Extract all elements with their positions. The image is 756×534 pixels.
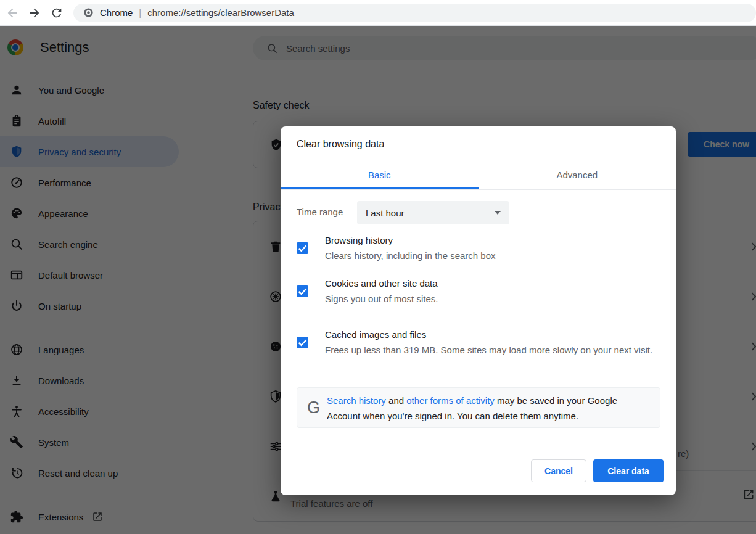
google-account-notice: G Search history and other forms of acti… xyxy=(297,387,660,428)
forward-icon[interactable] xyxy=(28,6,41,20)
check-title: Cookies and other site data xyxy=(325,276,662,291)
time-range-select[interactable]: Last hour xyxy=(357,201,509,224)
checkbox-cookies-and-other-site-data[interactable] xyxy=(297,285,308,297)
check-title: Cached images and files xyxy=(325,327,662,342)
check-row-browsing-history: Browsing historyClears history, includin… xyxy=(297,232,667,263)
notice-text: Search history and other forms of activi… xyxy=(327,393,649,424)
checkbox-cached-images-and-files[interactable] xyxy=(297,337,308,348)
time-range-value: Last hour xyxy=(366,208,495,218)
check-description: Clears history, including in the search … xyxy=(325,248,662,263)
browser-toolbar: Chrome | chrome://settings/clearBrowserD… xyxy=(0,0,756,26)
check-description: Signs you out of most sites. xyxy=(325,291,662,306)
tab-basic[interactable]: Basic xyxy=(281,162,479,189)
settings-page: Settings You and GoogleAutofillPrivacy a… xyxy=(0,26,756,534)
chrome-favicon-icon xyxy=(83,7,94,18)
google-g-icon: G xyxy=(307,398,320,417)
browser-window: Chrome | chrome://settings/clearBrowserD… xyxy=(0,0,756,534)
site-name: Chrome xyxy=(100,7,133,18)
dialog-tabs: BasicAdvanced xyxy=(281,162,676,190)
notice-plain-text: and xyxy=(386,395,406,406)
check-title: Browsing history xyxy=(325,232,662,248)
check-text: Browsing historyClears history, includin… xyxy=(325,232,662,263)
check-text: Cached images and filesFrees up less tha… xyxy=(325,327,662,358)
check-row-cookies-and-other-site-data: Cookies and other site dataSigns you out… xyxy=(297,276,667,306)
url-separator: | xyxy=(139,7,141,18)
tab-advanced[interactable]: Advanced xyxy=(479,162,676,189)
address-bar[interactable]: Chrome | chrome://settings/clearBrowserD… xyxy=(73,4,756,22)
check-description: Frees up less than 319 MB. Some sites ma… xyxy=(325,342,662,358)
dialog-title: Clear browsing data xyxy=(297,139,384,150)
clear-browsing-data-dialog: Clear browsing data BasicAdvanced Time r… xyxy=(281,126,676,495)
cancel-button[interactable]: Cancel xyxy=(531,459,586,482)
checkbox-browsing-history[interactable] xyxy=(297,242,308,254)
clear-data-button[interactable]: Clear data xyxy=(593,459,664,482)
link-search-history[interactable]: Search history xyxy=(327,395,386,406)
check-row-cached-images-and-files: Cached images and filesFrees up less tha… xyxy=(297,327,667,358)
check-text: Cookies and other site dataSigns you out… xyxy=(325,276,662,306)
time-range-label: Time range xyxy=(297,207,343,217)
reload-icon[interactable] xyxy=(50,6,64,20)
link-other-forms-of-activity[interactable]: other forms of activity xyxy=(406,395,495,406)
back-icon[interactable] xyxy=(6,6,19,20)
url-text: chrome://settings/clearBrowserData xyxy=(147,7,294,18)
caret-down-icon xyxy=(495,211,501,215)
